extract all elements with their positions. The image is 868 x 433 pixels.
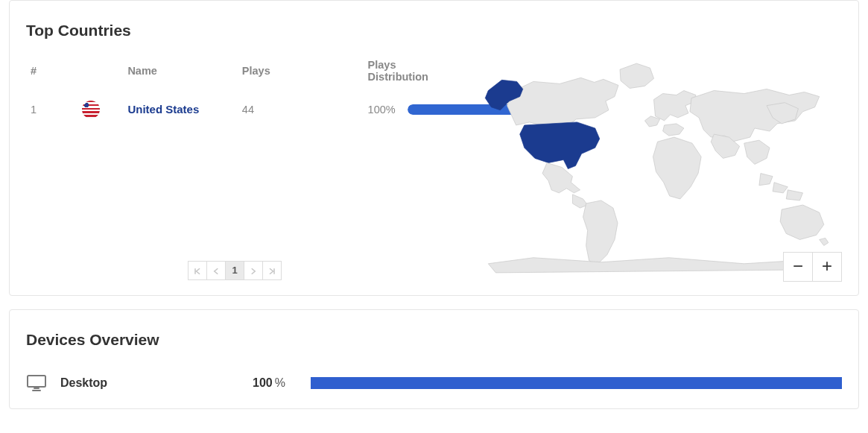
top-countries-title: Top Countries (26, 22, 842, 39)
country-link-united-states[interactable]: United States (127, 103, 199, 116)
row-plays: 44 (238, 93, 364, 126)
map-region-south-america (583, 200, 618, 265)
top-countries-table: # Name Plays Plays Distribution 1 (26, 48, 443, 126)
device-label: Desktop (60, 376, 239, 390)
row-index: 1 (26, 93, 77, 126)
map-zoom-controls: − + (783, 252, 842, 282)
devices-overview-title: Devices Overview (26, 331, 842, 349)
table-row: 1 United States 44 100% (26, 93, 443, 126)
map-region-north-america (485, 63, 653, 208)
desktop-icon (26, 374, 47, 392)
map-region-africa (653, 137, 701, 199)
device-percent-number: 100 (253, 376, 273, 389)
device-bar (311, 377, 842, 389)
device-row: Desktop 100% (26, 358, 842, 395)
col-plays-header: Plays (238, 48, 364, 93)
map-region-antarctica (488, 258, 819, 273)
world-map-icon[interactable] (466, 53, 842, 279)
col-index-header: # (26, 48, 77, 93)
devices-overview-card: Devices Overview Desktop 100% (9, 309, 859, 409)
us-flag-icon (82, 101, 100, 118)
map-region-australia (780, 205, 829, 246)
svg-rect-0 (28, 376, 45, 387)
col-flag-header (77, 48, 123, 93)
col-name-header: Name (123, 48, 237, 93)
page-prev-button[interactable] (206, 261, 226, 280)
table-header-row: # Name Plays Plays Distribution (26, 48, 443, 93)
page-first-button[interactable] (188, 261, 207, 280)
page-next-button[interactable] (244, 261, 263, 280)
row-percent: 100% (364, 93, 404, 126)
world-map-pane: − + (466, 48, 842, 282)
device-bar-fill (311, 377, 842, 389)
row-flag (77, 93, 123, 126)
page-last-button[interactable] (262, 261, 282, 280)
pagination: 1 (26, 261, 443, 280)
col-distribution-header: Plays Distribution (364, 48, 443, 93)
device-percent-sign: % (275, 376, 285, 389)
top-countries-card: Top Countries # Name Plays Plays Distrib… (9, 0, 859, 296)
top-countries-table-pane: # Name Plays Plays Distribution 1 (26, 48, 443, 282)
map-region-europe (644, 91, 696, 136)
device-percent: 100% (253, 376, 285, 390)
map-region-se-asia (759, 174, 803, 200)
page-number-current[interactable]: 1 (225, 261, 244, 280)
map-region-asia (690, 89, 820, 164)
zoom-out-button[interactable]: − (783, 252, 813, 282)
zoom-in-button[interactable]: + (812, 252, 842, 282)
